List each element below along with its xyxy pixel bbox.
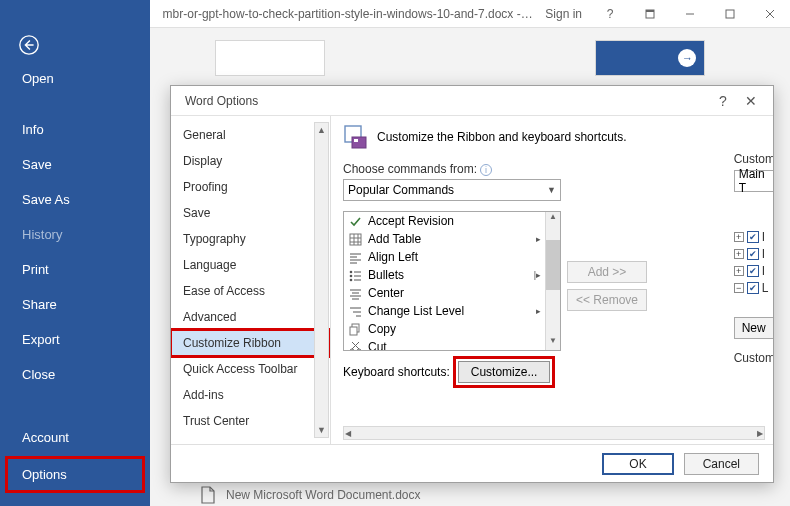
options-category-list: General Display Proofing Save Typography… — [171, 116, 331, 444]
customize-ribbon-dropdown[interactable]: Main T — [734, 170, 773, 192]
customize-shortcuts-button[interactable]: Customize... — [458, 361, 551, 383]
help-button[interactable]: ? — [590, 0, 630, 28]
svg-point-23 — [349, 278, 352, 281]
backstage-sidebar: Open Info Save Save As History Print Sha… — [0, 0, 150, 506]
cat-general[interactable]: General — [171, 122, 330, 148]
scroll-up-icon[interactable]: ▲ — [315, 123, 328, 137]
table-icon — [348, 232, 362, 246]
cut-icon — [348, 340, 362, 350]
cmd-center[interactable]: Center — [344, 284, 545, 302]
cat-save[interactable]: Save — [171, 200, 330, 226]
cat-ease[interactable]: Ease of Access — [171, 278, 330, 304]
svg-point-34 — [350, 349, 354, 351]
category-scrollbar[interactable]: ▲ ▼ — [314, 122, 329, 438]
tree-row: +I — [734, 264, 773, 278]
scroll-down-icon[interactable]: ▼ — [315, 423, 328, 437]
recent-doc-item[interactable]: New Microsoft Word Document.docx — [200, 486, 421, 504]
cmd-bullets[interactable]: Bullets|▸ — [344, 266, 545, 284]
dialog-footer: OK Cancel — [171, 444, 773, 482]
commands-scrollbar[interactable]: ▲ ▼ — [545, 212, 560, 350]
svg-rect-1 — [646, 10, 654, 12]
cat-display[interactable]: Display — [171, 148, 330, 174]
backstage-save[interactable]: Save — [0, 147, 150, 182]
commands-listbox[interactable]: Accept Revision Add Table▸ Align Left Bu… — [343, 211, 561, 351]
choose-commands-value: Popular Commands — [348, 183, 454, 197]
template-welcome[interactable]: → — [590, 40, 710, 82]
backstage-share[interactable]: Share — [0, 287, 150, 322]
right-panel-clipped: Custom Main T +I +I +I −L New Custom — [734, 152, 773, 365]
dialog-close-button[interactable]: ✕ — [737, 93, 765, 109]
cmd-add-table[interactable]: Add Table▸ — [344, 230, 545, 248]
add-button[interactable]: Add >> — [567, 261, 647, 283]
customizations-label: Custom — [734, 351, 773, 365]
cmd-copy[interactable]: Copy — [344, 320, 545, 338]
remove-button[interactable]: << Remove — [567, 289, 647, 311]
cmd-change-list-level[interactable]: Change List Level▸ — [344, 302, 545, 320]
svg-rect-8 — [352, 137, 366, 148]
backstage-print[interactable]: Print — [0, 252, 150, 287]
template-blank[interactable] — [210, 40, 330, 82]
cat-advanced[interactable]: Advanced — [171, 304, 330, 330]
choose-commands-dropdown[interactable]: Popular Commands ▼ — [343, 179, 561, 201]
svg-rect-9 — [354, 139, 358, 142]
backstage-account[interactable]: Account — [0, 420, 150, 455]
recent-doc-name: New Microsoft Word Document.docx — [226, 488, 421, 502]
align-left-icon — [348, 250, 362, 264]
info-icon[interactable]: i — [480, 164, 492, 176]
options-main-panel: Customize the Ribbon and keyboard shortc… — [331, 116, 773, 444]
cat-trust[interactable]: Trust Center — [171, 408, 330, 434]
backstage-options[interactable]: Options — [6, 457, 144, 492]
copy-icon — [348, 322, 362, 336]
document-icon — [200, 486, 216, 504]
check-icon — [348, 214, 362, 228]
svg-point-35 — [357, 349, 361, 351]
cat-proofing[interactable]: Proofing — [171, 174, 330, 200]
cat-customize-ribbon[interactable]: Customize Ribbon — [171, 330, 330, 356]
template-blank-thumb — [215, 40, 325, 76]
svg-rect-3 — [726, 10, 734, 18]
back-button[interactable] — [0, 28, 150, 61]
panel-heading: Customize the Ribbon and keyboard shortc… — [377, 130, 626, 144]
svg-rect-10 — [350, 234, 361, 245]
cmd-align-left[interactable]: Align Left — [344, 248, 545, 266]
tree-row: +I — [734, 247, 773, 261]
backstage-export[interactable]: Export — [0, 322, 150, 357]
tree-row: −L — [734, 281, 773, 295]
close-button[interactable] — [750, 0, 790, 28]
cmd-accept-revision[interactable]: Accept Revision — [344, 212, 545, 230]
ok-button[interactable]: OK — [602, 453, 673, 475]
horizontal-scrollbar[interactable]: ◀▶ — [343, 426, 765, 440]
backstage-close[interactable]: Close — [0, 357, 150, 392]
word-options-dialog: Word Options ? ✕ General Display Proofin… — [170, 85, 774, 483]
minimize-button[interactable] — [670, 0, 710, 28]
ribbon-tree[interactable]: +I +I +I −L — [734, 230, 773, 295]
window-title: mbr-or-gpt-how-to-check-partition-style-… — [150, 7, 545, 21]
cat-typography[interactable]: Typography — [171, 226, 330, 252]
cmd-cut[interactable]: Cut — [344, 338, 545, 350]
cat-language[interactable]: Language — [171, 252, 330, 278]
choose-commands-label: Choose commands from:i — [343, 162, 561, 176]
chevron-down-icon: ▼ — [547, 185, 556, 195]
customize-ribbon-icon — [343, 124, 369, 150]
keyboard-shortcuts-label: Keyboard shortcuts: — [343, 365, 450, 379]
svg-point-19 — [349, 270, 352, 273]
backstage-open[interactable]: Open — [0, 61, 150, 96]
backstage-info[interactable]: Info — [0, 112, 150, 147]
backstage-save-as[interactable]: Save As — [0, 182, 150, 217]
cat-qat[interactable]: Quick Access Toolbar — [171, 356, 330, 382]
arrow-right-icon: → — [682, 52, 693, 64]
dialog-title: Word Options — [179, 94, 258, 108]
bullets-icon — [348, 268, 362, 282]
dialog-help-button[interactable]: ? — [709, 93, 737, 109]
cat-addins[interactable]: Add-ins — [171, 382, 330, 408]
sign-in-link[interactable]: Sign in — [545, 7, 582, 21]
dialog-titlebar: Word Options ? ✕ — [171, 86, 773, 116]
backstage-history[interactable]: History — [0, 217, 150, 252]
tree-row: +I — [734, 230, 773, 244]
svg-rect-33 — [350, 327, 357, 335]
new-tab-button[interactable]: New — [734, 317, 773, 339]
template-welcome-thumb: → — [595, 40, 705, 76]
ribbon-display-button[interactable] — [630, 0, 670, 28]
cancel-button[interactable]: Cancel — [684, 453, 759, 475]
maximize-button[interactable] — [710, 0, 750, 28]
